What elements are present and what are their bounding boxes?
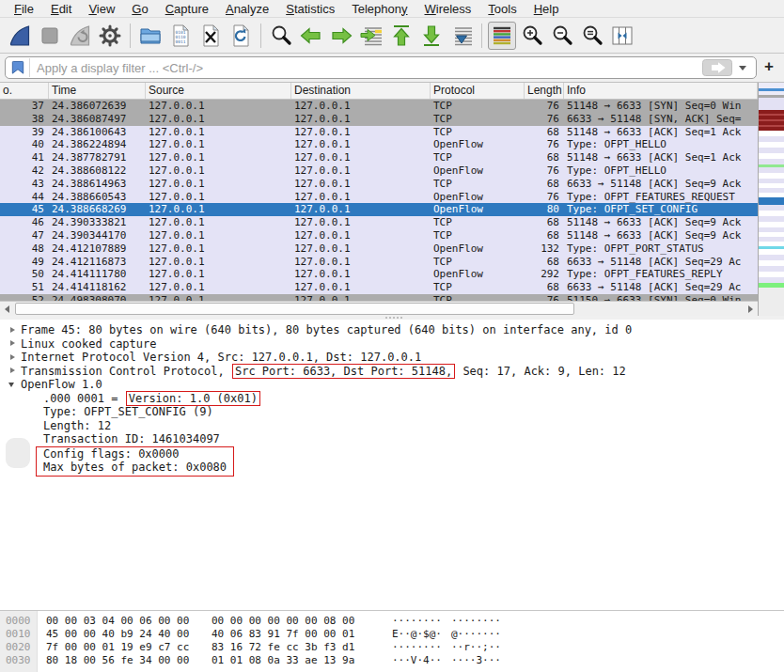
column-header-dst[interactable]: Destination <box>291 83 431 99</box>
filter-history-dropdown-icon[interactable] <box>739 66 746 70</box>
detail-highlight-box[interactable]: Config flags: 0x0000Max bytes of packet:… <box>36 446 234 477</box>
horizontal-scrollbar[interactable] <box>0 301 758 316</box>
packet-row-50[interactable]: 5024.414111780127.0.0.1127.0.0.1OpenFlow… <box>0 268 758 281</box>
hex-row[interactable]: 001045 00 00 40 b9 24 40 0040 06 83 91 7… <box>0 628 784 641</box>
cell-time: 24.414111780 <box>49 268 146 281</box>
collapse-arrow-icon[interactable] <box>8 378 19 392</box>
cell-no: 47 <box>0 229 49 242</box>
cell-proto: TCP <box>431 151 525 164</box>
zoom-out-icon <box>550 23 574 48</box>
go-last-icon <box>419 23 444 48</box>
expand-arrow-icon[interactable] <box>8 337 19 352</box>
start-capture-button[interactable] <box>6 22 34 50</box>
reload-file-button[interactable] <box>227 22 255 50</box>
display-filter-input[interactable]: Apply a display filter ... <Ctrl-/> <box>5 56 757 79</box>
cell-info: 51148 → 6633 [ACK] Seq=1 Ack <box>564 151 758 164</box>
go-forward-button[interactable] <box>327 22 355 50</box>
colorize-button[interactable] <box>488 22 516 50</box>
resize-columns-button[interactable] <box>608 22 636 50</box>
packet-row-41[interactable]: 4124.387782791127.0.0.1127.0.0.1TCP68511… <box>0 151 758 164</box>
column-header-proto[interactable]: Protocol <box>431 83 525 99</box>
find-packet-button[interactable] <box>267 22 295 50</box>
packet-row-38[interactable]: 3824.386087497127.0.0.1127.0.0.1TCP76663… <box>0 113 758 126</box>
packet-list-header[interactable]: o.TimeSourceDestinationProtocolLengthInf… <box>0 83 758 100</box>
cell-info: 51148 → 6633 [ACK] Seq=1 Ack <box>564 126 758 139</box>
cell-proto: OpenFlow <box>431 268 525 281</box>
packet-list-minimap-scrollbar[interactable] <box>758 83 784 316</box>
detail-field[interactable]: Config flags: 0x0000 <box>43 447 227 461</box>
close-file-button[interactable] <box>196 22 225 50</box>
detail-line[interactable]: .000 0001 = Version: 1.0 (0x01) <box>0 392 784 406</box>
menu-view[interactable]: View <box>80 1 123 17</box>
detail-line[interactable]: Length: 12 <box>0 419 784 433</box>
go-first-button[interactable] <box>387 22 416 50</box>
auto-scroll-button[interactable] <box>447 22 476 50</box>
zoom-out-button[interactable] <box>548 22 576 50</box>
filter-bookmark-icon[interactable] <box>9 58 30 77</box>
packet-row-52[interactable]: 5224.498308070127.0.0.1127.0.0.1TCP76511… <box>0 294 758 301</box>
detail-line[interactable]: Transaction ID: 1461034097 <box>0 432 784 446</box>
hex-row[interactable]: 00207f 00 00 01 19 e9 c7 cc83 16 72 fe c… <box>0 641 784 654</box>
zoom-in-button[interactable] <box>518 22 546 50</box>
stop-capture-icon <box>38 23 62 48</box>
packet-row-51[interactable]: 5124.414118162127.0.0.1127.0.0.1TCP68663… <box>0 281 758 294</box>
packet-row-46[interactable]: 4624.390333821127.0.0.1127.0.0.1TCP68511… <box>0 216 758 229</box>
packet-row-45[interactable]: 4524.388668269127.0.0.1127.0.0.1OpenFlow… <box>0 203 758 216</box>
menu-help[interactable]: Help <box>525 1 568 17</box>
menu-statistics[interactable]: Statistics <box>277 1 343 17</box>
menu-edit[interactable]: Edit <box>42 1 80 17</box>
expand-arrow-icon[interactable] <box>8 351 19 365</box>
detail-line[interactable]: OpenFlow 1.0 <box>0 378 784 392</box>
column-header-len[interactable]: Length <box>525 83 564 99</box>
menu-go[interactable]: Go <box>123 1 156 17</box>
packet-row-40[interactable]: 4024.386224894127.0.0.1127.0.0.1OpenFlow… <box>0 138 758 151</box>
go-to-packet-button[interactable] <box>357 22 385 50</box>
go-to-packet-icon <box>359 23 384 48</box>
detail-line[interactable]: Transmission Control Protocol, Src Port:… <box>0 365 784 379</box>
packet-row-44[interactable]: 4424.388660543127.0.0.1127.0.0.1OpenFlow… <box>0 191 758 204</box>
hex-row[interactable]: 003080 18 00 56 fe 34 00 0001 01 08 0a 3… <box>0 654 784 667</box>
menu-tools[interactable]: Tools <box>479 1 525 17</box>
packet-row-37[interactable]: 3724.386072639127.0.0.1127.0.0.1TCP76511… <box>0 100 758 113</box>
packet-row-42[interactable]: 4224.388608122127.0.0.1127.0.0.1OpenFlow… <box>0 164 758 178</box>
restart-capture-button[interactable] <box>66 22 94 50</box>
detail-field[interactable]: Max bytes of packet: 0x0080 <box>43 461 227 475</box>
packet-row-47[interactable]: 4724.390344170127.0.0.1127.0.0.1TCP68511… <box>0 229 758 242</box>
zoom-100-button[interactable] <box>578 22 606 50</box>
expand-arrow-icon[interactable] <box>8 323 19 337</box>
filter-apply-button[interactable] <box>702 59 732 76</box>
menu-telephony[interactable]: Telephony <box>343 1 416 17</box>
stop-capture-button[interactable] <box>36 22 64 50</box>
packet-row-39[interactable]: 3924.386100643127.0.0.1127.0.0.1TCP68511… <box>0 126 758 139</box>
ascii-bytes: E··@·$@· <box>392 628 442 641</box>
go-back-button[interactable] <box>297 22 325 50</box>
menu-analyze[interactable]: Analyze <box>217 1 277 17</box>
scroll-left-icon[interactable] <box>0 302 14 316</box>
detail-text: Frame 45: 80 bytes on wire (640 bits), 8… <box>21 323 632 336</box>
column-header-no[interactable]: o. <box>0 83 49 99</box>
column-header-time[interactable]: Time <box>49 83 146 99</box>
filter-toolbar: Apply a display filter ... <Ctrl-/> + <box>0 54 784 83</box>
menu-file[interactable]: File <box>6 1 42 17</box>
packet-row-49[interactable]: 4924.412116873127.0.0.1127.0.0.1TCP68663… <box>0 256 758 269</box>
column-header-info[interactable]: Info <box>564 83 758 99</box>
menu-capture[interactable]: Capture <box>157 1 217 17</box>
menu-wireless[interactable]: Wireless <box>416 1 480 17</box>
go-last-button[interactable] <box>417 22 446 50</box>
scroll-right-icon[interactable] <box>744 302 758 316</box>
filter-add-button[interactable]: + <box>757 57 779 78</box>
open-file-button[interactable] <box>136 22 165 50</box>
expand-arrow-icon[interactable] <box>8 365 19 379</box>
detail-line[interactable]: Linux cooked capture <box>0 337 784 352</box>
packet-row-48[interactable]: 4824.412107889127.0.0.1127.0.0.1OpenFlow… <box>0 242 758 256</box>
packet-row-43[interactable]: 4324.388614963127.0.0.1127.0.0.1TCP68663… <box>0 178 758 191</box>
capture-options-button[interactable] <box>96 22 124 50</box>
save-file-button[interactable]: 010101100011 <box>166 22 195 50</box>
detail-line[interactable]: Type: OFPT_SET_CONFIG (9) <box>0 405 784 419</box>
detail-line[interactable]: Frame 45: 80 bytes on wire (640 bits), 8… <box>0 323 784 337</box>
detail-line[interactable]: Internet Protocol Version 4, Src: 127.0.… <box>0 351 784 365</box>
horizontal-scrollbar-thumb[interactable] <box>15 303 574 315</box>
hex-row[interactable]: 000000 00 03 04 00 06 00 0000 00 00 00 0… <box>0 615 784 628</box>
cell-src: 127.0.0.1 <box>146 138 291 151</box>
column-header-src[interactable]: Source <box>146 83 291 99</box>
